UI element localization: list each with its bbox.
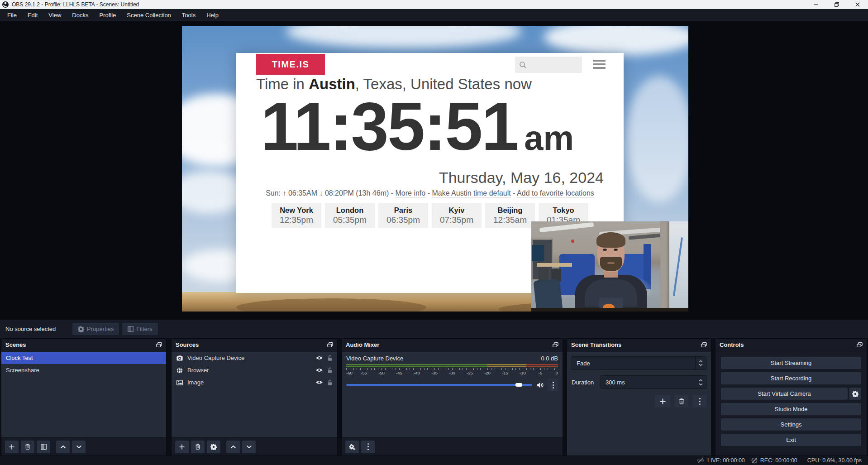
duration-value: 300 ms	[601, 379, 625, 386]
close-button[interactable]	[847, 0, 868, 9]
scene-item-screenshare[interactable]: Screenshare	[1, 364, 166, 376]
source-properties-button[interactable]	[207, 441, 220, 453]
minimize-button[interactable]	[806, 0, 826, 9]
virtual-camera-config-button[interactable]	[849, 388, 861, 400]
advanced-audio-button[interactable]	[345, 441, 359, 453]
world-clock-paris: Paris06:35pm	[378, 203, 428, 228]
add-transition-button[interactable]	[655, 395, 670, 407]
visibility-eye-icon[interactable]	[315, 380, 323, 385]
controls-dock: Controls Start Streaming Start Recording…	[715, 338, 867, 456]
gear-sliders-icon	[349, 444, 356, 450]
menu-docks[interactable]: Docks	[67, 9, 94, 21]
cpu-fps-stats: CPU: 0.6%, 30.00 fps	[807, 457, 862, 464]
volume-slider[interactable]	[346, 381, 532, 388]
visibility-eye-icon[interactable]	[315, 355, 323, 360]
window-title: OBS 29.1.2 - Profile: LLHLS BETA - Scene…	[12, 1, 139, 8]
source-toolbar: No source selected Properties Filters	[0, 320, 868, 338]
remove-scene-button[interactable]	[21, 441, 34, 453]
mixer-channel-menu-button[interactable]	[548, 379, 558, 391]
source-item-browser[interactable]: Browser	[172, 364, 337, 376]
clock-ampm: am	[524, 119, 574, 157]
menu-profile[interactable]: Profile	[94, 9, 121, 21]
menu-file[interactable]: File	[2, 9, 22, 21]
add-scene-button[interactable]	[5, 441, 19, 453]
scene-move-up-button[interactable]	[56, 441, 70, 453]
gear-icon	[210, 444, 217, 450]
sources-dock: Sources Video Capture Device Browser	[171, 338, 338, 456]
dune	[236, 298, 426, 312]
image-icon	[176, 380, 183, 385]
menu-tools[interactable]: Tools	[176, 9, 201, 21]
remove-transition-button[interactable]	[675, 395, 688, 407]
clock-time: 11:35:51	[261, 88, 518, 164]
timeis-date: Thursday, May 16, 2024	[439, 169, 604, 187]
lock-icon[interactable]	[327, 367, 333, 374]
scene-move-down-button[interactable]	[72, 441, 86, 453]
make-default-link: Make Austin time default	[432, 189, 510, 197]
add-source-button[interactable]	[175, 441, 189, 453]
globe-icon	[176, 367, 183, 374]
start-virtual-camera-button[interactable]: Start Virtual Camera	[721, 388, 848, 400]
lock-icon[interactable]	[327, 355, 333, 361]
mixer-menu-button[interactable]	[361, 441, 375, 453]
menu-help[interactable]: Help	[201, 9, 224, 21]
transition-select[interactable]: Fade	[572, 356, 706, 370]
source-item-image[interactable]: Image	[172, 376, 337, 388]
speaker-icon[interactable]	[536, 382, 544, 388]
scene-transitions-title: Scene Transitions	[571, 341, 621, 348]
menu-scene-collection[interactable]: Scene Collection	[121, 9, 176, 21]
remove-source-button[interactable]	[191, 441, 205, 453]
world-clock-beijing: Beijing12:35am	[485, 203, 535, 228]
maximize-button[interactable]	[826, 0, 847, 9]
cloud	[625, 76, 688, 202]
properties-button[interactable]: Properties	[72, 323, 119, 335]
timeis-sun-info: Sun: ↑ 06:35AM ↓ 08:20PM (13h 46m) - Mor…	[236, 189, 624, 197]
scenes-title: Scenes	[5, 341, 26, 348]
transition-menu-button[interactable]	[693, 395, 706, 407]
spinner-arrows-icon[interactable]	[699, 376, 703, 388]
lock-icon[interactable]	[327, 379, 333, 386]
filter-icon	[128, 326, 134, 332]
gear-icon	[852, 391, 858, 397]
popout-icon[interactable]	[156, 342, 162, 348]
start-recording-button[interactable]: Start Recording	[721, 372, 861, 384]
duration-spinbox[interactable]: 300 ms	[601, 375, 706, 389]
preview-canvas[interactable]: TIME.IS Time in Austin, Texas, United St…	[182, 26, 688, 312]
scene-filters-button[interactable]	[37, 441, 50, 453]
visibility-eye-icon[interactable]	[315, 368, 323, 373]
volume-meter: -60 -55 -50 -45 -40 -35 -30 -25 -20 -15 …	[346, 364, 558, 376]
controls-title: Controls	[720, 341, 744, 348]
chevron-updown-icon	[695, 357, 706, 369]
menu-edit[interactable]: Edit	[22, 9, 43, 21]
timeis-logo: TIME.IS	[256, 54, 325, 75]
source-move-down-button[interactable]	[242, 441, 256, 453]
scenes-dock: Scenes Clock Test Screenshare	[1, 338, 167, 456]
menu-bar: File Edit View Docks Profile Scene Colle…	[0, 9, 868, 21]
timeis-clock: 11:35:51am	[261, 91, 574, 163]
world-clock-newyork: New York12:35pm	[272, 203, 321, 228]
popout-icon[interactable]	[327, 342, 333, 348]
popout-icon[interactable]	[701, 342, 707, 348]
volume-slider-handle[interactable]	[515, 383, 522, 387]
settings-button[interactable]: Settings	[721, 418, 861, 431]
start-streaming-button[interactable]: Start Streaming	[721, 357, 861, 369]
popout-icon[interactable]	[857, 342, 863, 348]
studio-mode-button[interactable]: Studio Mode	[721, 403, 861, 415]
exit-button[interactable]: Exit	[721, 434, 861, 446]
status-bar: LIVE: 00:00:00 REC: 00:00:00 CPU: 0.6%, …	[0, 456, 868, 465]
scene-item-clock-test[interactable]: Clock Test	[1, 352, 166, 364]
cloud	[544, 26, 688, 55]
source-move-up-button[interactable]	[226, 441, 240, 453]
stream-inactive-icon	[696, 457, 705, 464]
webcam-overlay[interactable]	[531, 221, 688, 312]
mixer-channel-name: Video Capture Device	[346, 355, 403, 362]
favorite-link: Add to favorite locations	[517, 189, 594, 197]
meter-tick-labels: -60 -55 -50 -45 -40 -35 -30 -25 -20 -15 …	[346, 370, 558, 376]
source-item-video-capture[interactable]: Video Capture Device	[172, 352, 337, 364]
filters-button[interactable]: Filters	[122, 323, 157, 335]
transition-selected-value: Fade	[572, 360, 695, 367]
record-inactive-icon	[751, 457, 758, 464]
more-info-link: More info	[396, 189, 426, 197]
menu-view[interactable]: View	[43, 9, 67, 21]
popout-icon[interactable]	[553, 342, 558, 348]
